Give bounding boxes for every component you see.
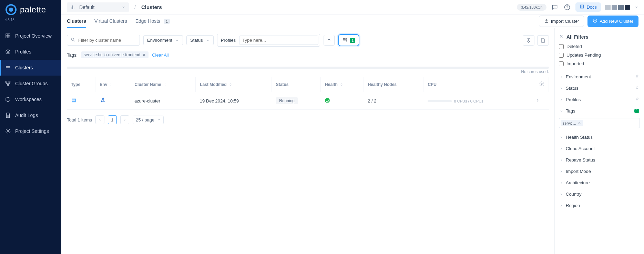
sidebar-item-profiles[interactable]: Profiles (0, 44, 61, 60)
filter-check-updates-pending[interactable]: Updates Pending (559, 52, 640, 58)
filter-group-region[interactable]: Region (559, 200, 640, 211)
usage-pill: 3.42/100kCh (517, 4, 546, 11)
sidebar-item-project-settings[interactable]: Project Settings (0, 123, 61, 139)
logo-text: palette (20, 5, 46, 14)
svg-point-14 (71, 38, 74, 40)
tab-virtual-clusters[interactable]: Virtual Clusters (94, 15, 127, 28)
nodes-icon (5, 80, 11, 87)
remove-tag-icon[interactable]: ✕ (142, 52, 146, 57)
theme-swatches[interactable] (605, 5, 630, 10)
page-next-button[interactable] (120, 115, 129, 124)
close-filters-icon[interactable] (559, 34, 564, 40)
filter-group-health-status[interactable]: Health Status (559, 131, 640, 143)
project-scope-select[interactable]: Default (67, 2, 129, 12)
filters-panel: All Filters Deleted Updates Pending Impo… (554, 28, 644, 254)
health-ok-icon (325, 98, 330, 103)
col-cpu: CPU (423, 77, 526, 92)
filters-panel-title: All Filters (566, 34, 589, 40)
sidebar-nav: Project Overview Profiles Clusters Clust… (0, 28, 61, 139)
sort-env[interactable]: Env (100, 82, 113, 87)
col-health: Health (321, 77, 364, 92)
sidebar-item-audit-logs[interactable]: Audit Logs (0, 107, 61, 123)
page-size-select[interactable]: 25 / page (133, 116, 164, 124)
filter-group-cloud-account[interactable]: Cloud Account (559, 143, 640, 154)
button-label: Import Cluster (551, 19, 579, 24)
svg-point-18 (528, 39, 529, 40)
import-icon (544, 18, 549, 24)
sort-last-modified[interactable]: Last Modified (200, 82, 232, 87)
sidebar-item-label: Audit Logs (15, 113, 38, 118)
filter-group-import-mode[interactable]: Import Mode (559, 166, 640, 177)
chat-icon[interactable] (551, 3, 559, 11)
svg-point-1 (9, 8, 13, 12)
remove-tag-icon[interactable]: ✕ (578, 121, 581, 125)
profiles-label: Profiles (221, 38, 236, 43)
svg-rect-2 (6, 34, 8, 36)
sidebar-item-workspaces[interactable]: Workspaces (0, 91, 61, 107)
profiles-input[interactable] (239, 36, 318, 45)
select-label: Status (190, 38, 203, 43)
tags-input-area[interactable]: servic… ✕ (559, 118, 640, 128)
svg-point-17 (346, 40, 347, 41)
expand-row-icon[interactable] (535, 99, 540, 104)
svg-rect-21 (72, 100, 76, 101)
col-type: Type (67, 77, 95, 92)
clusters-table: Type Env Cluster Name Last Modified Stat… (67, 77, 549, 110)
page-prev-button[interactable] (95, 115, 104, 124)
filter-group-repave-status[interactable]: Repave Status (559, 154, 640, 166)
docs-label: Docs (586, 4, 597, 10)
docs-link[interactable]: Docs (575, 2, 601, 12)
status-select[interactable]: Status (186, 35, 214, 45)
svg-point-11 (7, 130, 9, 132)
content-area: Environment Status Profiles (61, 28, 554, 254)
environment-select[interactable]: Environment (143, 35, 183, 45)
filter-check-imported[interactable]: Imported (559, 61, 640, 66)
filter-group-architecture[interactable]: Architecture (559, 177, 640, 188)
map-view-button[interactable] (523, 35, 534, 46)
theme-swatch-1 (605, 5, 611, 10)
svg-point-8 (6, 81, 7, 83)
table-settings-icon[interactable] (539, 83, 544, 88)
cluster-name-search[interactable] (67, 35, 140, 46)
table-row[interactable]: azure-cluster 19 Dec 2024, 10:59 Running… (67, 92, 549, 110)
svg-point-16 (344, 39, 345, 40)
sidebar-item-clusters[interactable]: Clusters (0, 60, 61, 76)
button-label: Add New Cluster (600, 19, 633, 24)
filter-group-environment[interactable]: Environment (559, 71, 640, 82)
collapse-filters-button[interactable] (324, 35, 335, 46)
cell-healthy-nodes: 2 / 2 (364, 92, 423, 110)
stack-icon (5, 65, 11, 71)
logo: palette (0, 3, 61, 17)
search-input[interactable] (78, 38, 136, 43)
sort-cluster-name[interactable]: Cluster Name (134, 82, 166, 87)
import-cluster-button[interactable]: Import Cluster (539, 16, 584, 27)
svg-rect-22 (72, 101, 76, 102)
filter-group-profiles[interactable]: Profiles (559, 94, 640, 105)
svg-point-7 (7, 51, 9, 53)
help-icon[interactable] (563, 3, 571, 11)
filter-group-tags[interactable]: Tags 1 (559, 105, 640, 117)
sliders-icon (342, 37, 348, 43)
sort-health[interactable]: Health (325, 82, 343, 87)
profiles-filter[interactable]: Profiles (217, 34, 320, 47)
pin-icon[interactable] (635, 86, 639, 91)
search-icon (71, 37, 75, 43)
filter-check-deleted[interactable]: Deleted (559, 44, 640, 49)
chevron-down-icon (121, 5, 125, 9)
tab-edge-hosts[interactable]: Edge Hosts 1 (135, 15, 170, 28)
col-last-modified: Last Modified (196, 77, 272, 92)
add-new-cluster-button[interactable]: Add New Cluster (587, 16, 638, 27)
cpu-text: 0 CPUs / 0 CPUs (454, 99, 483, 103)
filter-group-country[interactable]: Country (559, 188, 640, 200)
sidebar-item-label: Project Overview (15, 33, 52, 39)
tab-clusters[interactable]: Clusters (67, 15, 86, 28)
clear-all-tags-link[interactable]: Clear All (152, 52, 168, 58)
active-filter-count-button[interactable]: 1 (338, 34, 359, 46)
filter-group-status[interactable]: Status (559, 82, 640, 94)
sidebar-item-cluster-groups[interactable]: Cluster Groups (0, 76, 61, 91)
export-csv-button[interactable] (537, 35, 549, 46)
pin-icon[interactable] (635, 97, 639, 102)
chevron-down-icon[interactable] (634, 5, 638, 9)
sidebar-item-project-overview[interactable]: Project Overview (0, 28, 61, 44)
pin-icon[interactable] (635, 74, 639, 79)
